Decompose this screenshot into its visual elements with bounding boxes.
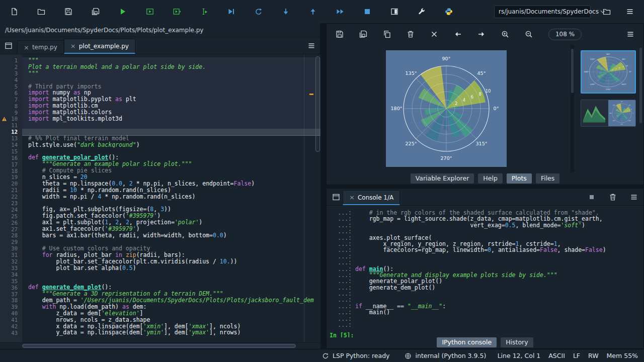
code-line[interactable]: x_data = np.linspace(dem['xmin'], dem['x… — [22, 323, 320, 330]
code-line[interactable] — [22, 148, 320, 154]
open-file-button[interactable] — [34, 5, 48, 19]
code-line[interactable] — [22, 129, 320, 135]
copy-plot-button[interactable] — [380, 27, 394, 41]
code-line[interactable]: z_data = dem['elevation'] — [22, 310, 320, 317]
code-line[interactable]: """ — [22, 57, 320, 64]
code-line[interactable]: ax1.set_facecolor('#395979') — [22, 226, 320, 232]
code-line[interactable]: """Generate an example polar slice plot.… — [22, 161, 320, 167]
editor-horizontal-scrollbar[interactable] — [0, 342, 320, 349]
previous-plot-button[interactable] — [451, 27, 465, 41]
step-return-button[interactable] — [306, 5, 320, 19]
code-line[interactable]: dem_path = '/Users/juanis/Documents/Spyd… — [22, 297, 320, 304]
interpreter-status[interactable]: internal (Python 3.9.5) — [405, 352, 486, 359]
console-output[interactable]: ...: # in the rgb colors of the shaded s… — [327, 206, 643, 337]
zoom-in-button[interactable] — [498, 27, 512, 41]
code-editor[interactable]: 1234567891011121314151617181920212223242… — [0, 54, 320, 342]
plots-options-button[interactable] — [623, 27, 637, 41]
code-line[interactable]: for radius, plot_bar in zip(radii, bars)… — [22, 252, 320, 258]
code-line[interactable]: with np.load(dem_path) as dem: — [22, 304, 320, 310]
save-plot-button[interactable] — [333, 27, 347, 41]
new-console-button[interactable] — [330, 191, 343, 204]
code-line[interactable]: import matplotlib.cm — [22, 103, 320, 109]
working-directory-combobox[interactable]: rs/juanis/Documents/SpyderDocs — [494, 6, 591, 18]
maximize-pane-button[interactable] — [387, 5, 401, 19]
code-line[interactable]: import mpl_toolkits.mplot3d — [22, 116, 320, 122]
code-line[interactable]: import numpy as np — [22, 89, 320, 96]
python-environment-button[interactable] — [442, 5, 456, 19]
remove-console-button[interactable] — [606, 191, 619, 204]
step-into-button[interactable] — [279, 5, 293, 19]
editor-tab-temp.py[interactable]: ×temp.py — [17, 40, 64, 54]
scrollbar-handle[interactable] — [639, 48, 642, 123]
code-line[interactable]: """Generate a 3D reprisentation of a ter… — [22, 291, 320, 297]
console-options-button[interactable] — [627, 191, 640, 204]
code-line[interactable]: import matplotlib.pyplot as plt — [22, 96, 320, 103]
code-line[interactable]: plot_bar.set_facecolor(plt.cm.viridis(ra… — [22, 258, 320, 265]
thumbnails-scrollbar[interactable] — [639, 48, 642, 168]
code-line[interactable]: fig.patch.set_facecolor('#395979') — [22, 213, 320, 219]
code-line[interactable]: Plot a terrain model and a polar plot si… — [22, 64, 320, 70]
code-line[interactable]: fig, ax= plt.subplots(figsize=(8, 3)) — [22, 206, 320, 213]
plot-thumbnail-2[interactable]: 0°45°90°135°180°225°270°315°246810 — [581, 100, 636, 127]
code-line[interactable]: """ — [22, 70, 320, 77]
run-selection-button[interactable] — [197, 5, 211, 19]
new-file-button[interactable] — [7, 5, 21, 19]
code-line[interactable] — [22, 278, 320, 284]
plot-thumbnail-selected[interactable]: 0°45°90°135°180°225°270°315°246810 — [581, 50, 636, 94]
code-line[interactable]: import matplotlib.colors — [22, 109, 320, 116]
pane-tab-variable-explorer[interactable]: Variable Explorer — [411, 173, 474, 184]
console-tab-history[interactable]: History — [501, 337, 533, 347]
debug-stop-button[interactable] — [360, 5, 374, 19]
close-tab-icon[interactable]: × — [70, 43, 76, 49]
browse-directory-button[interactable] — [600, 5, 614, 19]
code-line[interactable]: ax1 = plt.subplot(1, 2, 2, projection='p… — [22, 219, 320, 226]
run-file-button[interactable] — [116, 5, 130, 19]
console-tab-ipython-console[interactable]: IPython console — [437, 337, 497, 347]
code-line[interactable]: width = np.pi / 4 * np.random.rand(n_sli… — [22, 194, 320, 200]
save-all-button[interactable] — [89, 5, 103, 19]
run-cell-advance-button[interactable] — [170, 5, 184, 19]
close-tab-icon[interactable]: × — [24, 44, 29, 51]
editor-tab-plot_example.py[interactable]: ×plot_example.py — [64, 39, 135, 54]
browse-tabs-button[interactable] — [2, 39, 15, 52]
main-menu-button[interactable] — [623, 5, 637, 19]
code-line[interactable]: def generate_dem_plot(): — [22, 284, 320, 291]
pane-tab-files[interactable]: Files — [536, 173, 559, 184]
code-area[interactable]: """Plot a terrain model and a polar plot… — [22, 54, 320, 342]
code-line[interactable] — [22, 271, 320, 278]
code-line[interactable]: # Compute pie slices — [22, 167, 320, 174]
close-tab-icon[interactable]: × — [349, 194, 355, 201]
code-line[interactable]: plot_bar.set_alpha(0.5) — [22, 265, 320, 272]
pane-tab-help[interactable]: Help — [478, 173, 503, 184]
scrollbar-handle[interactable] — [571, 49, 574, 93]
code-line[interactable] — [22, 77, 320, 83]
code-line[interactable]: # Third party imports — [22, 83, 320, 90]
next-plot-button[interactable] — [474, 27, 489, 41]
plots-scrollbar[interactable] — [571, 45, 574, 172]
debug-continue-button[interactable] — [333, 5, 347, 19]
remove-all-plots-button[interactable] — [427, 27, 441, 41]
preferences-button[interactable] — [415, 5, 429, 19]
code-line[interactable]: # %% Plot final terrain model — [22, 135, 320, 142]
code-line[interactable]: def generate_polar_plot(): — [22, 154, 320, 161]
save-file-button[interactable] — [61, 5, 75, 19]
zoom-out-button[interactable] — [522, 27, 536, 41]
pane-tab-plots[interactable]: Plots — [507, 173, 532, 184]
debug-file-button[interactable] — [224, 5, 238, 19]
code-line[interactable]: theta = np.linspace(0.0, 2 * np.pi, n_sl… — [22, 180, 320, 187]
code-line[interactable]: bars = ax1.bar(theta, radii, width=width… — [22, 232, 320, 239]
editor-options-button[interactable] — [305, 39, 318, 52]
scrollbar-handle[interactable] — [22, 344, 296, 348]
console-tab[interactable]: × Console 1/A — [343, 190, 400, 205]
code-line[interactable]: # Use custom colors and opacity — [22, 245, 320, 252]
remove-plot-button[interactable] — [404, 27, 418, 41]
code-line[interactable] — [22, 200, 320, 207]
interrupt-kernel-button[interactable] — [585, 191, 598, 204]
run-cell-button[interactable] — [143, 5, 157, 19]
save-all-plots-button[interactable] — [356, 27, 370, 41]
code-line[interactable] — [22, 122, 320, 129]
code-line[interactable]: radii = 10 * np.random.rand(n_slices) — [22, 187, 320, 194]
code-line[interactable]: n_slices = 20 — [22, 174, 320, 180]
code-line[interactable]: plt.style.use("dark_background") — [22, 142, 320, 148]
editor-vertical-scrollbar[interactable] — [315, 56, 320, 152]
